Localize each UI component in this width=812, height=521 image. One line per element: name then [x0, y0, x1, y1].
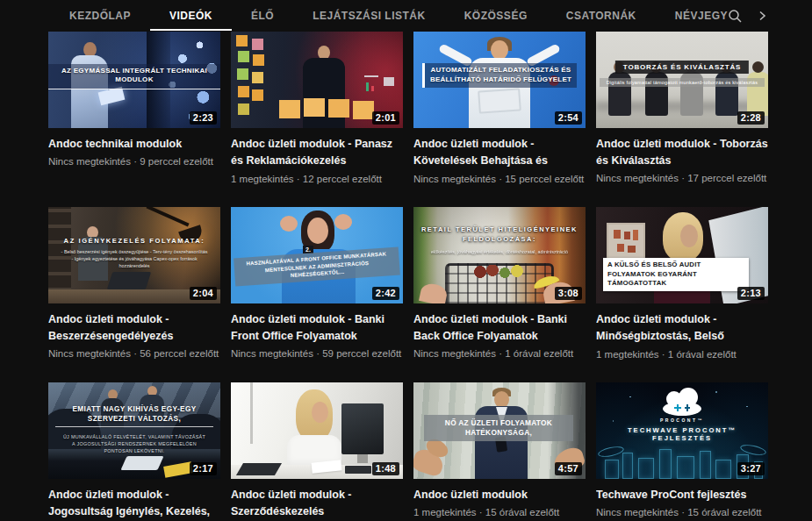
- thumbnail-overlay-subheading: Digitális folyamattal támogatott munkaer…: [600, 78, 765, 87]
- thumbnail-art-layer: [471, 265, 528, 279]
- tab-kozosseg[interactable]: KÖZÖSSÉG: [445, 0, 547, 31]
- duration-badge: 2:42: [372, 287, 399, 300]
- thumbnail-art-layer: [491, 40, 508, 60]
- thumbnail-art-layer: [107, 272, 151, 289]
- video-title[interactable]: Andoc üzleti modulok - Banki Back Office…: [413, 311, 586, 345]
- duration-badge: 3:08: [555, 287, 582, 300]
- tab-lejatszasi-listak[interactable]: LEJÁTSZÁSI LISTÁK: [293, 0, 445, 31]
- video-card[interactable]: NŐ AZ ÜZLETI FOLYAMATOK HATÉKONYSÁGA, 4:…: [413, 382, 586, 521]
- video-card[interactable]: TOBORZÁS ÉS KIVÁLASZTÁS Digitális folyam…: [596, 32, 768, 207]
- duration-badge: 2:01: [372, 111, 399, 125]
- thumbnail-overlay-heading: AZ EGYMÁSSAL INTEGRÁLT TECHNIKAI MODULOK: [48, 64, 220, 89]
- video-card[interactable]: AUTOMATIZÁLT FELADATKIOSZTÁS ÉS BEÁLLÍTH…: [413, 32, 586, 207]
- thumbnail-overlay-subheading: HASZNÁLATÁVAL A FRONT OFFICE MUNKATÁRSAK…: [234, 246, 400, 286]
- thumbnail-art-layer: [236, 35, 266, 123]
- video-thumbnail[interactable]: RETAIL TERÜLET HITELIGÉNYEINEK FELDOLGOZ…: [413, 207, 586, 303]
- tab-csatornak[interactable]: CSATORNÁK: [547, 0, 656, 31]
- search-icon[interactable]: [728, 9, 742, 23]
- thumbnail-art-layer: [341, 403, 384, 454]
- video-thumbnail[interactable]: NŐ AZ ÜZLETI FOLYAMATOK HATÉKONYSÁGA, 4:…: [413, 382, 586, 479]
- thumbnail-overlay-heading: AZ IGÉNYKEZELÉS FOLYAMATA:: [48, 237, 220, 245]
- thumbnail-art-layer: [334, 214, 352, 230]
- duration-badge: 2:13: [737, 287, 765, 300]
- thumbnail-art-layer: [363, 74, 398, 103]
- thumbnail-art-layer: [680, 225, 698, 247]
- video-meta: Nincs megtekintés · 9 perccel ezelőtt: [48, 156, 220, 167]
- thumbnail-art-layer: [345, 466, 371, 474]
- more-tabs-chevron-icon[interactable]: [755, 9, 769, 23]
- video-title[interactable]: Andoc üzleti modulok - Követelések Behaj…: [413, 136, 586, 170]
- video-meta: Nincs megtekintés · 17 perccel ezelőtt: [596, 173, 768, 183]
- video-title[interactable]: Andoc üzleti modulok - Panasz és Reklamá…: [231, 136, 403, 170]
- tab-kezdolap[interactable]: KEZDŐLAP: [50, 0, 150, 31]
- video-card[interactable]: 2. HASZNÁLATÁVAL A FRONT OFFICE MUNKATÁR…: [231, 207, 403, 382]
- video-thumbnail[interactable]: AZ IGÉNYKEZELÉS FOLYAMATA: - Belső besze…: [48, 207, 220, 303]
- video-meta: Nincs megtekintés · 15 órával ezelőtt: [596, 507, 768, 517]
- thumbnail-art-layer: [478, 88, 521, 113]
- video-thumbnail[interactable]: TOBORZÁS ÉS KIVÁLASZTÁS Digitális folyam…: [596, 32, 768, 128]
- thumbnail-overlay-logo-text: PROCONT™: [596, 418, 768, 423]
- thumbnail-overlay-heading: RETAIL TERÜLET HITELIGÉNYEINEK FELDOLGOZ…: [413, 225, 586, 245]
- thumbnail-art-layer: [279, 98, 376, 121]
- duration-badge: 2:04: [190, 287, 217, 300]
- thumbnail-overlay-heading: AUTOMATIZÁLT FELADATKIOSZTÁS ÉS BEÁLLÍTH…: [422, 63, 577, 88]
- video-meta: 1 megtekintés · 12 perccel ezelőtt: [231, 174, 403, 184]
- duration-badge: 2:17: [190, 462, 217, 475]
- video-thumbnail[interactable]: 4. A KÜLSŐ ÉS BELSŐ AUDIT FOLYAMATOK EGY…: [596, 207, 768, 303]
- duration-badge: 3:27: [737, 462, 765, 475]
- video-title[interactable]: Andoc üzleti modulok - Toborzás és Kivál…: [596, 136, 768, 169]
- video-meta: Nincs megtekintés · 15 perccel ezelőtt: [413, 174, 586, 184]
- video-grid: AZ EGYMÁSSAL INTEGRÁLT TECHNIKAI MODULOK…: [48, 32, 768, 521]
- video-thumbnail[interactable]: 1:48: [231, 382, 403, 479]
- video-thumbnail[interactable]: AZ EGYMÁSSAL INTEGRÁLT TECHNIKAI MODULOK…: [48, 32, 220, 128]
- video-card[interactable]: 2:01 Andoc üzleti modulok - Panasz és Re…: [231, 32, 403, 207]
- duration-badge: 2:54: [555, 111, 582, 125]
- thumbnail-art-layer: [120, 456, 163, 470]
- video-title[interactable]: Andoc üzleti modulok - Banki Front Offic…: [231, 311, 403, 345]
- thumbnail-art-layer: [236, 463, 282, 475]
- video-title[interactable]: Andoc üzleti modulok: [413, 487, 586, 503]
- thumbnail-art-layer: [146, 207, 189, 226]
- thumbnail-overlay-heading: EMIATT NAGY KIHÍVÁS EGY-EGY SZERVEZETI V…: [55, 405, 213, 427]
- video-card[interactable]: AZ IGÉNYKEZELÉS FOLYAMATA: - Belső besze…: [48, 207, 220, 382]
- video-title[interactable]: Andoc üzleti modulok - Minőségbiztostás,…: [596, 311, 768, 346]
- thumbnail-overlay-subheading: - Belső beszerzési igények összegyűjtése…: [61, 248, 208, 269]
- video-card[interactable]: RETAIL TERÜLET HITELIGÉNYEINEK FELDOLGOZ…: [413, 207, 586, 382]
- video-card[interactable]: 4. A KÜLSŐ ÉS BELSŐ AUDIT FOLYAMATOK EGY…: [596, 207, 768, 382]
- procont-cloud-logo: [658, 388, 707, 416]
- video-card[interactable]: EMIATT NAGY KIHÍVÁS EGY-EGY SZERVEZETI V…: [48, 382, 220, 521]
- video-thumbnail[interactable]: AUTOMATIZÁLT FELADATKIOSZTÁS ÉS BEÁLLÍTH…: [413, 32, 586, 128]
- thumbnail-overlay-heading: TOBORZÁS ÉS KIVÁLASZTÁS: [615, 61, 749, 74]
- video-meta: Nincs megtekintés · 1 órával ezelőtt: [413, 348, 586, 359]
- duration-badge: 4:57: [555, 462, 582, 475]
- video-card[interactable]: 1:48 Andoc üzleti modulok - Szerződéskez…: [231, 382, 403, 521]
- thumbnail-overlay-subheading: előkészítés, jóváhagyási értékelés, dönt…: [431, 249, 568, 254]
- video-meta: Nincs megtekintés · 56 perccel ezelőtt: [48, 348, 220, 359]
- duration-badge: 1:48: [372, 462, 399, 475]
- thumbnail-overlay-heading: TECHWAVE PROCONT™ FEJLESZTÉS: [596, 426, 768, 442]
- video-meta: Nincs megtekintés · 59 perccel ezelőtt: [231, 348, 403, 359]
- video-title[interactable]: Techwave ProCont fejlesztés: [596, 487, 768, 503]
- thumbnail-art-layer: [250, 382, 253, 444]
- video-title[interactable]: Andoc technikai modulok: [48, 136, 220, 153]
- video-title[interactable]: Andoc üzleti modulok - Szerződéskezelés: [231, 487, 403, 520]
- video-thumbnail[interactable]: 2:01: [231, 32, 403, 128]
- tab-elo[interactable]: ÉLŐ: [232, 0, 293, 31]
- thumbnail-art-layer: [419, 282, 449, 303]
- thumbnail-art-layer: [357, 454, 368, 463]
- video-thumbnail[interactable]: PROCONT™ TECHWAVE PROCONT™ FEJLESZTÉS 3:…: [596, 382, 768, 479]
- video-title[interactable]: Andoc üzleti modulok - Jogosultság Igény…: [48, 487, 220, 521]
- duration-badge: 2:28: [737, 111, 765, 125]
- video-card[interactable]: AZ EGYMÁSSAL INTEGRÁLT TECHNIKAI MODULOK…: [48, 32, 220, 207]
- video-thumbnail[interactable]: 2. HASZNÁLATÁVAL A FRONT OFFICE MUNKATÁR…: [231, 207, 403, 303]
- video-thumbnail[interactable]: EMIATT NAGY KIHÍVÁS EGY-EGY SZERVEZETI V…: [48, 382, 220, 479]
- thumbnail-art-layer: [280, 216, 298, 232]
- thumbnail-art-layer: [307, 218, 328, 244]
- video-meta: 1 megtekintés · 15 órával ezelőtt: [413, 507, 586, 517]
- video-card[interactable]: PROCONT™ TECHWAVE PROCONT™ FEJLESZTÉS 3:…: [596, 382, 768, 521]
- thumbnail-overlay-heading: NŐ AZ ÜZLETI FOLYAMATOK HATÉKONYSÁGA,: [424, 415, 573, 441]
- thumbnail-overlay-subheading: ÚJ MUNKAVÁLLALÓ FELVÉTELÉT, VALAMINT TÁV…: [62, 433, 206, 454]
- video-title[interactable]: Andoc üzleti modulok - Beszerzésengedély…: [48, 311, 220, 345]
- tab-videok[interactable]: VIDEÓK: [150, 0, 232, 31]
- channel-tabs-bar: KEZDŐLAP VIDEÓK ÉLŐ LEJÁTSZÁSI LISTÁK KÖ…: [0, 0, 812, 31]
